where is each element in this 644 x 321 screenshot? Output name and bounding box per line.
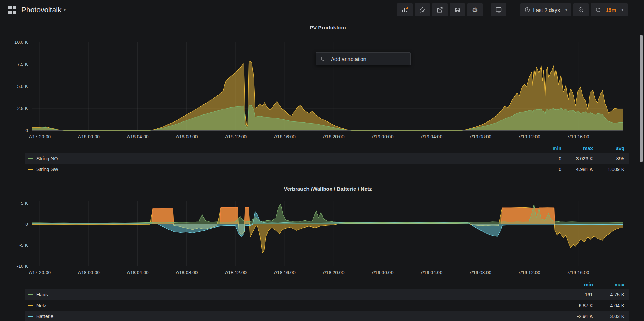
- panel-title-pv-produktion[interactable]: PV Produktion: [32, 25, 623, 30]
- svg-text:7/18 12:00: 7/18 12:00: [224, 270, 247, 275]
- pv-produktion-chart[interactable]: 7/17 20:007/18 00:007/18 04:007/18 08:00…: [0, 32, 644, 144]
- series-max-value: 3.023 K: [566, 156, 597, 161]
- svg-text:-10 K: -10 K: [17, 264, 28, 269]
- series-min-value: 161: [566, 292, 597, 298]
- svg-text:7/18 00:00: 7/18 00:00: [77, 270, 100, 275]
- svg-text:-5 K: -5 K: [19, 243, 28, 248]
- star-button[interactable]: [415, 3, 430, 16]
- zoom-out-icon: [577, 6, 584, 13]
- series-max-value: 3.03 K: [597, 314, 629, 319]
- legend-row-haus[interactable]: Haus 161 4.75 K: [25, 289, 629, 300]
- series-name[interactable]: String SW: [36, 167, 58, 172]
- svg-text:7/19 00:00: 7/19 00:00: [371, 270, 394, 275]
- svg-text:7/19 16:00: 7/19 16:00: [567, 270, 589, 275]
- time-range-label: Last 2 days: [533, 7, 560, 13]
- settings-button[interactable]: ⚙: [467, 3, 483, 16]
- svg-text:7/18 16:00: 7/18 16:00: [273, 134, 296, 139]
- series-max-value: 4.981 K: [566, 167, 597, 172]
- legend-row-string-sw[interactable]: String SW 0 4.981 K 1.009 K: [25, 164, 629, 175]
- series-max-value: 4.04 K: [597, 303, 629, 308]
- legend-row-netz[interactable]: Netz -6.87 K 4.04 K: [25, 300, 629, 311]
- svg-text:7/19 04:00: 7/19 04:00: [420, 134, 442, 139]
- legend-header-max[interactable]: max: [566, 146, 597, 151]
- navbar: Photovoltaik ▾: [0, 0, 644, 20]
- svg-text:7/18 08:00: 7/18 08:00: [175, 270, 198, 275]
- add-panel-icon: [401, 6, 409, 13]
- svg-text:5 K: 5 K: [21, 201, 28, 206]
- series-color-swatch: [28, 294, 33, 295]
- comment-icon: [321, 56, 327, 62]
- series-avg-value: 1.009 K: [597, 167, 629, 172]
- svg-text:7/19 12:00: 7/19 12:00: [518, 134, 540, 139]
- svg-text:7/19 16:00: 7/19 16:00: [567, 134, 589, 139]
- svg-text:7/18 04:00: 7/18 04:00: [126, 270, 149, 275]
- scrollbar-thumb[interactable]: [640, 35, 643, 162]
- dashboard-title[interactable]: Photovoltaik: [21, 6, 61, 14]
- svg-text:7/17 20:00: 7/17 20:00: [28, 270, 51, 275]
- verbrauch-chart[interactable]: 7/17 20:007/18 00:007/18 04:007/18 08:00…: [0, 194, 644, 278]
- series-min-value: -2.91 K: [566, 314, 597, 319]
- panel-title-verbrauch[interactable]: Verbrauch /Wallbox / Batterie / Netz: [32, 186, 623, 192]
- legend-header-min[interactable]: min: [566, 282, 597, 287]
- svg-text:7/19 12:00: 7/19 12:00: [518, 270, 540, 275]
- svg-text:0: 0: [25, 128, 28, 133]
- svg-text:7/17 20:00: 7/17 20:00: [28, 134, 51, 139]
- svg-text:10.0 K: 10.0 K: [14, 40, 28, 45]
- svg-text:7/18 12:00: 7/18 12:00: [224, 134, 247, 139]
- legend-header-max[interactable]: max: [597, 282, 629, 287]
- series-color-swatch: [28, 316, 33, 317]
- series-color-swatch: [28, 305, 33, 306]
- navbar-actions: ⚙ Last 2 days ▾: [395, 3, 628, 16]
- series-name[interactable]: Haus: [36, 292, 48, 298]
- title-caret-icon: ▾: [64, 8, 66, 12]
- zoom-out-button[interactable]: [573, 3, 589, 16]
- legend-header-row: min max avg: [25, 144, 629, 153]
- refresh-caret-icon: ▾: [621, 8, 623, 12]
- svg-text:7/19 04:00: 7/19 04:00: [420, 270, 442, 275]
- svg-text:7.5 K: 7.5 K: [17, 62, 28, 67]
- svg-text:7/18 20:00: 7/18 20:00: [322, 134, 345, 139]
- gear-icon: ⚙: [472, 7, 478, 13]
- share-icon: [436, 6, 443, 13]
- legend-header-min[interactable]: min: [534, 146, 566, 151]
- share-button[interactable]: [432, 3, 448, 16]
- time-range-picker[interactable]: Last 2 days ▾: [520, 3, 571, 16]
- save-button[interactable]: [450, 3, 465, 16]
- series-avg-value: 895: [597, 156, 629, 161]
- svg-text:7/19 08:00: 7/19 08:00: [469, 270, 491, 275]
- refresh-icon: [595, 7, 601, 13]
- series-min-value: 0: [534, 156, 566, 161]
- series-min-value: 0: [534, 167, 566, 172]
- add-annotation-menu[interactable]: Add annotation: [316, 52, 411, 65]
- legend-row-batterie[interactable]: Batterie -2.91 K 3.03 K: [25, 311, 629, 321]
- time-range-caret-icon: ▾: [565, 8, 567, 12]
- legend-header-avg[interactable]: avg: [597, 146, 629, 151]
- star-icon: [419, 6, 426, 13]
- pv-produktion-legend: min max avg String NO 0 3.023 K 895 Stri…: [25, 144, 629, 175]
- svg-text:0: 0: [25, 222, 28, 227]
- series-name[interactable]: Batterie: [36, 314, 53, 319]
- legend-row-string-no[interactable]: String NO 0 3.023 K 895: [25, 153, 629, 164]
- verbrauch-legend: min max Haus 161 4.75 K Netz -6.87 K 4.0…: [25, 280, 629, 321]
- series-max-value: 4.75 K: [597, 292, 629, 298]
- series-color-swatch: [28, 169, 33, 170]
- dashboard-grid-icon[interactable]: [8, 6, 16, 14]
- svg-text:5.0 K: 5.0 K: [17, 84, 28, 89]
- refresh-picker[interactable]: 15m ▾: [591, 3, 628, 16]
- cycle-view-button[interactable]: [491, 3, 506, 16]
- series-min-value: -6.87 K: [566, 303, 597, 308]
- add-panel-button[interactable]: [397, 3, 413, 16]
- series-color-swatch: [28, 158, 33, 159]
- svg-text:7/19 08:00: 7/19 08:00: [469, 134, 491, 139]
- clock-icon: [525, 7, 530, 13]
- svg-text:7/19 00:00: 7/19 00:00: [371, 134, 394, 139]
- svg-text:7/18 20:00: 7/18 20:00: [322, 270, 345, 275]
- series-name[interactable]: String NO: [36, 156, 58, 161]
- tv-icon: [495, 6, 503, 13]
- refresh-interval-label: 15m: [605, 7, 616, 13]
- svg-text:2.5 K: 2.5 K: [17, 106, 28, 111]
- series-name[interactable]: Netz: [36, 303, 47, 308]
- svg-text:7/18 08:00: 7/18 08:00: [175, 134, 198, 139]
- legend-header-row: min max: [25, 280, 629, 289]
- svg-text:7/18 16:00: 7/18 16:00: [273, 270, 296, 275]
